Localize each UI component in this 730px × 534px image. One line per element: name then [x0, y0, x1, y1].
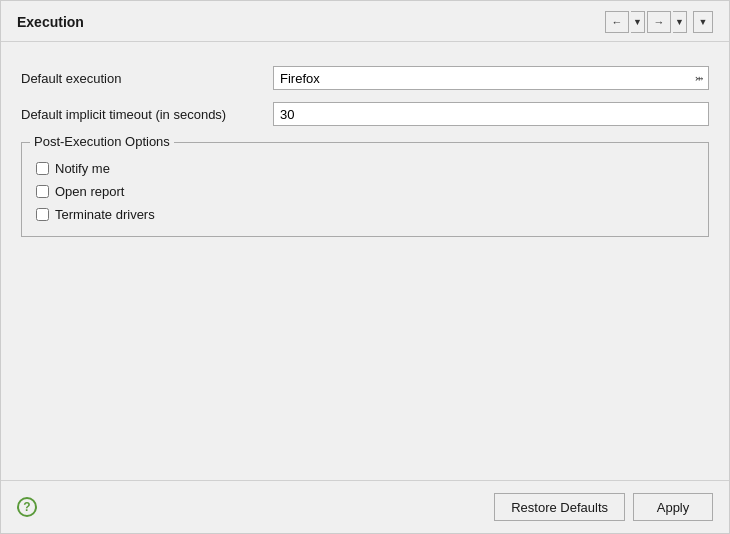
notify-checkbox[interactable] — [36, 162, 49, 175]
help-icon[interactable]: ? — [17, 497, 37, 517]
back-dropdown-button[interactable]: ▼ — [631, 11, 645, 33]
open-report-label[interactable]: Open report — [55, 184, 124, 199]
footer-buttons: Restore Defaults Apply — [494, 493, 713, 521]
default-execution-row: Default execution Firefox Chrome Edge Sa… — [21, 66, 709, 90]
notify-label[interactable]: Notify me — [55, 161, 110, 176]
terminate-drivers-checkbox[interactable] — [36, 208, 49, 221]
forward-dropdown-button[interactable]: ▼ — [673, 11, 687, 33]
content-spacer — [21, 249, 709, 464]
menu-dropdown-button[interactable]: ▼ — [693, 11, 713, 33]
back-button[interactable]: ← — [605, 11, 629, 33]
dialog-title: Execution — [17, 14, 84, 30]
footer: ? Restore Defaults Apply — [1, 480, 729, 533]
timeout-input[interactable] — [273, 102, 709, 126]
post-execution-group: Post-Execution Options Notify me Open re… — [21, 142, 709, 237]
timeout-row: Default implicit timeout (in seconds) — [21, 102, 709, 126]
timeout-label: Default implicit timeout (in seconds) — [21, 107, 261, 122]
header-nav: ← ▼ → ▼ ▼ — [605, 11, 713, 33]
default-execution-select-wrapper: Firefox Chrome Edge Safari ⤔ — [273, 66, 709, 90]
notify-row: Notify me — [36, 161, 694, 176]
group-legend: Post-Execution Options — [30, 134, 174, 149]
restore-defaults-button[interactable]: Restore Defaults — [494, 493, 625, 521]
default-execution-label: Default execution — [21, 71, 261, 86]
forward-button[interactable]: → — [647, 11, 671, 33]
open-report-checkbox[interactable] — [36, 185, 49, 198]
open-report-row: Open report — [36, 184, 694, 199]
terminate-drivers-row: Terminate drivers — [36, 207, 694, 222]
apply-button[interactable]: Apply — [633, 493, 713, 521]
header: Execution ← ▼ → ▼ ▼ — [1, 1, 729, 42]
dialog-container: Execution ← ▼ → ▼ ▼ Default execution Fi… — [0, 0, 730, 534]
terminate-drivers-label[interactable]: Terminate drivers — [55, 207, 155, 222]
content-area: Default execution Firefox Chrome Edge Sa… — [1, 42, 729, 480]
default-execution-select[interactable]: Firefox Chrome Edge Safari — [273, 66, 709, 90]
